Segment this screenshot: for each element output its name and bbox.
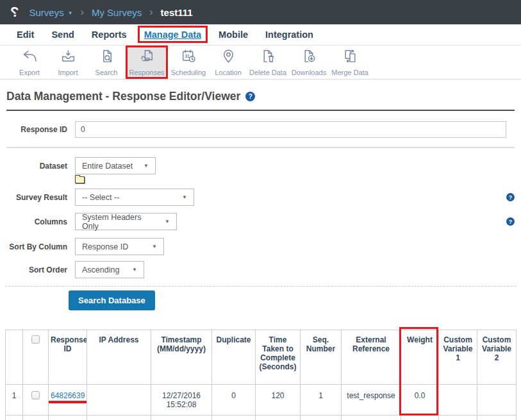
chevron-down-icon: ▼ [182,194,187,200]
col-custom-variable-1: Custom Variable 1 [439,330,477,385]
search-label: Search [95,69,118,76]
scheduling-icon: 31 [181,48,197,67]
search-button[interactable]: Search [87,46,126,79]
custom-variable-1-cell [439,385,477,416]
downloads-icon [301,48,317,67]
scheduling-label: Scheduling [171,69,206,76]
timestamp-date: 12/27/2016 [153,391,210,400]
col-seq-number: Seq. Number [301,330,342,385]
export-button[interactable]: Export [10,46,49,79]
col-duplicate: Duplicate [212,330,256,385]
merge-data-icon [342,48,358,67]
select-all-checkbox[interactable] [31,335,40,344]
sort-by-column-label: Sort By Column [6,242,67,251]
col-timestamp: Timestamp (MM/dd/yyyy) [151,330,212,385]
sort-order-select[interactable]: Ascending ▼ [75,261,144,278]
form-divider [6,147,515,148]
delete-data-button[interactable]: Delete Data [247,46,288,79]
breadcrumb-my-surveys[interactable]: My Surveys [92,7,142,18]
survey-result-label: Survey Result [6,193,67,202]
select-all-header [23,330,49,385]
nav-tab-mobile[interactable]: Mobile [219,29,248,40]
merge-data-button[interactable]: Merge Data [329,46,370,79]
columns-label: Columns [6,217,67,226]
breadcrumb-separator-icon: › [149,6,153,18]
nav-tab-integration[interactable]: Integration [265,29,313,40]
columns-help-icon[interactable]: ? [506,217,515,226]
manage-data-toolbar: Export Import Search Responses 31 [0,46,521,80]
row-select-cell [23,385,49,416]
response-id-input[interactable] [75,121,506,138]
columns-select[interactable]: System Headers Only ▼ [75,213,177,230]
downloads-button[interactable]: Downloads [288,46,329,79]
export-label: Export [19,69,40,76]
response-id-cell: 64826639 [49,385,87,416]
nav-tab-edit[interactable]: Edit [17,29,34,40]
downloads-label: Downloads [292,69,326,76]
delete-data-icon [260,48,276,67]
row-number-cell: 1 [6,385,23,416]
chevron-down-icon: ▼ [152,244,157,249]
row-checkbox[interactable] [31,391,40,399]
responses-button[interactable]: Responses [126,46,168,79]
response-id-label: Response ID [6,125,67,134]
timestamp-cell: 12/27/2016 15:52:08 [151,385,212,416]
questionpro-logo[interactable]: ? [10,4,19,21]
ip-address-cell [87,385,151,416]
dataset-select[interactable]: Entire Dataset ▼ [75,157,156,174]
nav-tab-send[interactable]: Send [51,29,74,40]
scheduling-button[interactable]: 31 Scheduling [168,46,209,79]
location-icon [220,48,236,67]
location-button[interactable]: Location [209,46,247,79]
nav-tab-reports[interactable]: Reports [92,29,127,40]
timestamp-time: 15:52:08 [153,400,210,409]
survey-result-select[interactable]: -- Select -- ▼ [75,189,194,206]
chevron-down-icon: ▼ [165,219,170,224]
col-ip-address: IP Address [87,330,151,385]
survey-result-help-icon[interactable]: ? [506,193,515,201]
help-icon[interactable]: ? [245,92,255,101]
sort-by-column-value: Response ID [82,242,128,251]
external-reference-cell: test_response [342,385,401,416]
sort-by-column-select[interactable]: Response ID ▼ [75,238,164,255]
location-label: Location [215,69,242,76]
responses-icon [139,48,155,67]
col-custom-variable-2: Custom Variable 2 [477,330,517,385]
col-weight: Weight [401,330,439,385]
breadcrumb-current-survey: test111 [161,7,193,18]
annotation-underline-response-id [49,401,87,403]
responses-label: Responses [129,69,164,76]
columns-value: System Headers Only [82,213,158,231]
table-header-row: Response ID IP Address Timestamp (MM/dd/… [6,330,517,385]
title-divider [6,110,515,111]
nav-tab-manage-data[interactable]: Manage Data [144,29,201,40]
table-row: 1 64826639 12/27/2016 15:52:08 0 120 1 t… [6,385,517,416]
top-bar: ? Surveys▼ › My Surveys › test111 [0,0,521,24]
search-database-button[interactable]: Search Database [69,290,155,310]
survey-result-value: -- Select -- [82,193,119,202]
chevron-down-icon: ▼ [132,267,137,273]
breadcrumb-separator-icon: › [81,6,84,18]
form-dashed-divider [5,286,516,287]
table-row-partial [6,416,517,420]
results-table-wrap: Response ID IP Address Timestamp (MM/dd/… [5,330,516,420]
merge-data-label: Merge Data [331,69,368,76]
import-label: Import [58,69,78,76]
page-title: Data Management - Response Editor/Viewer [6,90,240,103]
custom-variable-2-cell [477,385,517,416]
response-id-link[interactable]: 64826639 [51,391,85,400]
search-icon [99,48,115,67]
col-time-taken: Time Taken to Complete (Seconds) [256,330,301,385]
dataset-label: Dataset [6,162,67,171]
row-number-header [6,330,23,385]
sort-order-label: Sort Order [6,265,67,274]
sort-order-value: Ascending [82,265,119,274]
export-icon [22,48,38,67]
import-icon [60,48,76,67]
delete-data-label: Delete Data [249,69,286,76]
nav-tab-manage-data-label: Manage Data [144,29,201,40]
results-table: Response ID IP Address Timestamp (MM/dd/… [5,330,517,420]
dataset-folder-icon[interactable] [75,176,85,183]
import-button[interactable]: Import [49,46,87,79]
breadcrumb-surveys[interactable]: Surveys▼ [29,7,72,18]
